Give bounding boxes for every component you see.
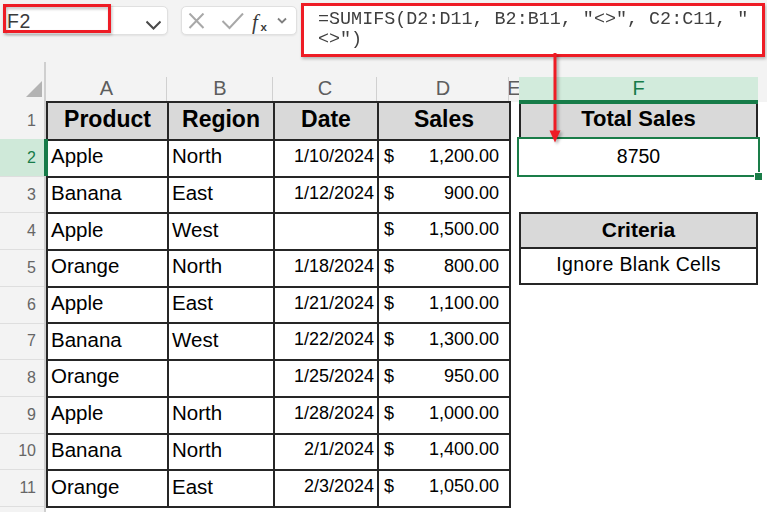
svg-text:x: x (261, 20, 268, 32)
